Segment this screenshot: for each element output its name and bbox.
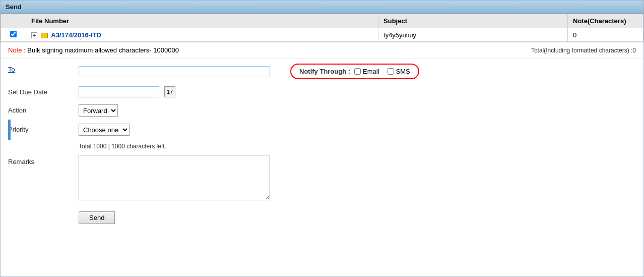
priority-select[interactable]: Choose one High Medium Low: [79, 124, 130, 136]
to-control-area: Notify Through : Email SMS: [79, 64, 636, 79]
date-input[interactable]: [79, 86, 159, 97]
expand-icon[interactable]: +: [31, 32, 37, 38]
priority-blue-bar: [8, 120, 11, 140]
note-label: Note :: [8, 46, 26, 54]
total-chars: Total(Including formatted characters) :0: [531, 47, 636, 54]
remarks-control: Total 1000 | 1000 characters left.: [79, 143, 636, 200]
to-row: To Notify Through : Email SMS: [8, 64, 636, 79]
remarks-row: Remarks Total 1000 | 1000 characters lef…: [8, 143, 636, 200]
row-checkbox[interactable]: [10, 31, 17, 37]
priority-label: Priority: [8, 124, 79, 133]
to-link[interactable]: To: [8, 66, 15, 73]
col-subject-header: Subject: [378, 14, 568, 28]
form-section: To Notify Through : Email SMS: [1, 59, 643, 229]
sms-label: SMS: [396, 68, 410, 75]
priority-control: Choose one High Medium Low: [79, 124, 636, 136]
due-date-control: 17: [79, 86, 636, 97]
col-file-number-header: File Number: [26, 14, 378, 28]
remarks-textarea[interactable]: [79, 155, 270, 200]
window-title: Send: [1, 1, 643, 14]
col-checkbox-header: [1, 14, 26, 28]
subject-cell: ty4y5yutuiy: [378, 28, 568, 42]
email-checkbox[interactable]: [354, 68, 361, 75]
to-label: To: [8, 64, 79, 73]
note-content: Bulk signing maximum allowed characters-…: [27, 46, 179, 54]
send-button-row: Send: [8, 207, 636, 224]
email-checkbox-item: Email: [354, 68, 379, 75]
file-number-link[interactable]: A3/174/2016-ITD: [51, 31, 101, 39]
to-input[interactable]: [79, 66, 270, 77]
chars-info: Total 1000 | 1000 characters left.: [79, 143, 166, 150]
sms-checkbox[interactable]: [388, 68, 394, 75]
email-label: Email: [363, 68, 379, 75]
file-table-section: File Number Subject Note(Characters) + A…: [1, 14, 643, 42]
remarks-label: Remarks: [8, 143, 79, 165]
due-date-row: Set Due Date 17: [8, 86, 636, 97]
file-table: File Number Subject Note(Characters) + A…: [1, 14, 643, 42]
table-row: + A3/174/2016-ITD ty4y5yutuiy 0: [1, 28, 643, 42]
notify-box: Notify Through : Email SMS: [290, 64, 419, 79]
action-row: Action Forward Back Submit: [8, 104, 636, 117]
due-date-label: Set Due Date: [8, 86, 79, 96]
calendar-button[interactable]: 17: [164, 86, 175, 97]
action-select[interactable]: Forward Back Submit: [79, 104, 118, 117]
notify-through-label: Notify Through :: [299, 68, 350, 75]
action-control: Forward Back Submit: [79, 104, 636, 117]
send-window: Send File Number Subject Note(Characters…: [0, 0, 644, 277]
priority-row: Priority Choose one High Medium Low: [8, 124, 636, 136]
action-label: Action: [8, 104, 79, 114]
note-chars-cell: 0: [568, 28, 643, 42]
note-section: Note : Bulk signing maximum allowed char…: [1, 42, 643, 59]
checkbox-group: Email SMS: [354, 68, 410, 75]
note-text: Note : Bulk signing maximum allowed char…: [8, 46, 179, 54]
sms-checkbox-item: SMS: [388, 68, 410, 75]
col-note-header: Note(Characters): [568, 14, 643, 28]
folder-icon: [41, 33, 48, 38]
send-button[interactable]: Send: [79, 211, 115, 224]
